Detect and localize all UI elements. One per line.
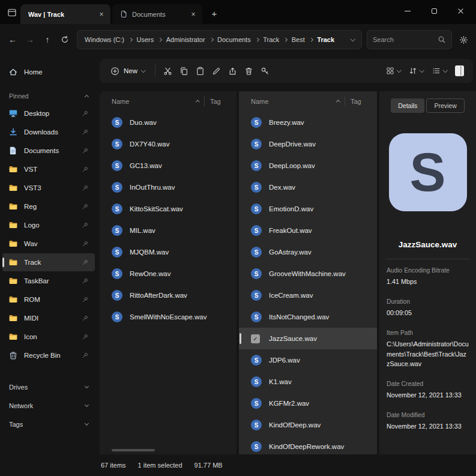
- cut-icon: [163, 67, 172, 76]
- file-row[interactable]: SMJQBM.wav: [100, 241, 236, 263]
- sidebar-item-reg[interactable]: Reg: [2, 197, 95, 215]
- sidebar-item-midi[interactable]: MIDI: [2, 309, 95, 327]
- maximize-button[interactable]: [421, 0, 447, 22]
- new-button-label: New: [124, 67, 137, 74]
- file-row[interactable]: SMIL.wav: [100, 220, 236, 241]
- sidebar-section-tags[interactable]: Tags: [0, 415, 97, 433]
- settings-button[interactable]: [454, 31, 472, 49]
- file-row[interactable]: SDeepLoop.wav: [239, 155, 377, 176]
- view-options-button[interactable]: [429, 62, 451, 80]
- tab-details[interactable]: Details: [391, 98, 424, 113]
- sidebar-item-documents[interactable]: Documents: [2, 142, 95, 160]
- breadcrumb-item[interactable]: Windows (C:): [85, 36, 124, 43]
- tab-preview[interactable]: Preview: [426, 98, 464, 113]
- sidebar-item-recycle-bin[interactable]: Recycle Bin: [2, 346, 95, 364]
- cut-button[interactable]: [160, 62, 176, 80]
- file-row[interactable]: SDeepDrive.wav: [239, 133, 377, 155]
- file-row[interactable]: SGrooveWithMachine.wav: [239, 263, 377, 285]
- file-row[interactable]: SFreakOut.wav: [239, 220, 377, 241]
- sidebar-item-desktop[interactable]: Desktop: [2, 104, 95, 122]
- properties-button[interactable]: [257, 62, 273, 80]
- file-row[interactable]: SKGFMr2.wav: [239, 393, 377, 414]
- sidebar-item-logo[interactable]: Logo: [2, 216, 95, 234]
- file-row[interactable]: SGoAstray.wav: [239, 241, 377, 263]
- sidebar-item-taskbar[interactable]: TaskBar: [2, 272, 95, 290]
- breadcrumb-item[interactable]: Documents: [217, 36, 251, 43]
- breadcrumb-item[interactable]: Best: [292, 36, 305, 43]
- file-row[interactable]: SKindOfDeep.wav: [239, 414, 377, 436]
- tab-close-icon[interactable]: ×: [188, 9, 199, 20]
- file-row[interactable]: SBreezy.wav: [239, 112, 377, 133]
- refresh-button[interactable]: [57, 32, 73, 47]
- file-row[interactable]: SKindOfDeepRework.wav: [239, 436, 377, 454]
- sidebar-item-vst3[interactable]: VST3: [2, 179, 95, 197]
- file-row[interactable]: SDX7Y40.wav: [100, 133, 236, 155]
- name-column-header[interactable]: Name: [112, 98, 196, 105]
- sidebar-item-label: Documents: [24, 147, 59, 154]
- minimize-button[interactable]: [394, 0, 421, 22]
- sidebar-section-network[interactable]: Network: [0, 396, 97, 415]
- app-menu-button[interactable]: [4, 5, 19, 20]
- app-icon: [7, 8, 17, 17]
- tab-close-icon[interactable]: ×: [96, 9, 107, 20]
- sidebar-section-drives[interactable]: Drives: [0, 378, 97, 396]
- tag-column-header[interactable]: Tag: [210, 98, 229, 105]
- breadcrumb-item[interactable]: Track: [317, 36, 334, 43]
- file-row[interactable]: ✓JazzSauce.wav: [239, 328, 377, 349]
- column-divider[interactable]: [345, 97, 345, 106]
- details-pane: Details Preview S JazzSauce.wav Audio En…: [379, 91, 476, 454]
- column-divider[interactable]: [204, 97, 205, 106]
- layout-button[interactable]: [382, 62, 405, 80]
- share-button[interactable]: [224, 62, 241, 80]
- file-row[interactable]: SRittoAfterDark.wav: [100, 285, 236, 306]
- file-row[interactable]: SIceCream.wav: [239, 285, 377, 306]
- tab-wav-track[interactable]: Wav | Track×: [20, 4, 110, 24]
- new-button[interactable]: New: [105, 62, 151, 80]
- breadcrumb-item[interactable]: Users: [137, 36, 154, 43]
- file-row[interactable]: SEmotionD.wav: [239, 198, 377, 220]
- up-button[interactable]: ↑: [40, 32, 55, 47]
- checkbox-checked-icon[interactable]: ✓: [251, 334, 260, 343]
- forward-button[interactable]: →: [22, 32, 38, 47]
- sidebar-item-wav[interactable]: Wav: [2, 235, 95, 253]
- file-row[interactable]: SKittoSkitScat.wav: [100, 198, 236, 220]
- selected-file-name: JazzSauce.wav: [385, 240, 470, 249]
- file-row[interactable]: SSmellWithNoEscape.wav: [100, 306, 236, 328]
- file-row[interactable]: SItsNotChanged.wav: [239, 306, 377, 328]
- pinned-section-header[interactable]: Pinned: [0, 88, 97, 104]
- search-box[interactable]: Search: [367, 30, 452, 49]
- sidebar-item-home[interactable]: Home: [2, 63, 95, 81]
- tab-documents[interactable]: Documents×: [112, 4, 202, 24]
- breadcrumb[interactable]: Windows (C:)UsersAdministratorDocumentsT…: [77, 30, 362, 49]
- desktop-icon: [8, 109, 18, 118]
- file-row[interactable]: SGC13.wav: [100, 155, 236, 176]
- address-dropdown-icon[interactable]: [350, 37, 355, 41]
- file-row[interactable]: SDuo.wav: [100, 112, 236, 133]
- file-row[interactable]: SInOutThru.wav: [100, 176, 236, 198]
- breadcrumb-item[interactable]: Administrator: [166, 36, 205, 43]
- sidebar-item-track[interactable]: Track: [2, 253, 95, 271]
- file-row[interactable]: SK1.wav: [239, 371, 377, 393]
- file-row[interactable]: SJDP6.wav: [239, 349, 377, 371]
- details-pane-toggle[interactable]: [451, 62, 468, 80]
- rename-button[interactable]: [208, 62, 224, 80]
- copy-button[interactable]: [176, 62, 192, 80]
- sidebar-item-rom[interactable]: ROM: [2, 291, 95, 309]
- name-column-header[interactable]: Name: [251, 98, 337, 105]
- file-row[interactable]: SRewOne.wav: [100, 263, 236, 285]
- close-button[interactable]: [447, 0, 474, 22]
- delete-button[interactable]: [241, 62, 257, 80]
- new-tab-button[interactable]: +: [207, 6, 221, 20]
- file-row[interactable]: SDex.wav: [239, 176, 377, 198]
- sidebar-item-vst[interactable]: VST: [2, 160, 95, 178]
- horizontal-scrollbar[interactable]: [112, 449, 155, 451]
- sidebar-item-label: Downloads: [24, 128, 58, 136]
- sort-button[interactable]: [405, 62, 427, 80]
- folder-icon: [8, 332, 18, 342]
- sidebar-item-downloads[interactable]: Downloads: [2, 123, 95, 141]
- back-button[interactable]: ←: [5, 32, 20, 47]
- paste-button[interactable]: [192, 62, 208, 80]
- breadcrumb-item[interactable]: Track: [263, 36, 279, 43]
- tag-column-header[interactable]: Tag: [351, 98, 370, 105]
- sidebar-item-icon[interactable]: Icon: [2, 328, 95, 346]
